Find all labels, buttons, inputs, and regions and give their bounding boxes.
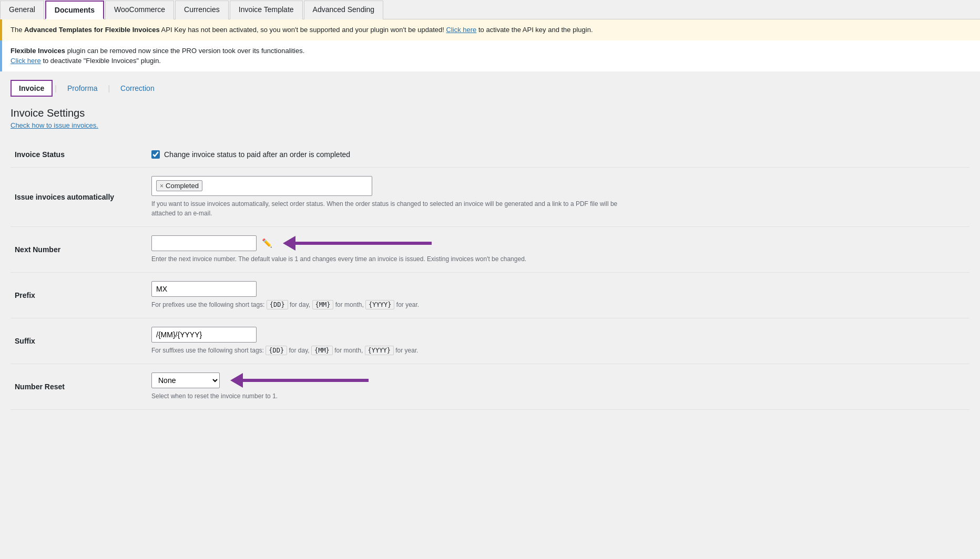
next-number-input-row: ✏️ (151, 235, 965, 251)
notice-blue-link[interactable]: Click here (11, 57, 41, 65)
suffix-for-month: for month, (334, 347, 364, 354)
prefix-help-text: For prefixes use the following short tag… (151, 301, 267, 308)
suffix-tag-dd: {DD} (266, 346, 287, 355)
prefix-tag-yyyy: {YYYY} (365, 300, 394, 309)
suffix-row: Suffix For suffixes use the following sh… (11, 318, 969, 364)
arrow-head-reset (230, 373, 243, 388)
purple-arrow-next (283, 236, 432, 251)
number-reset-select[interactable]: None Daily Monthly Yearly (151, 372, 220, 388)
next-number-label: Next Number (15, 245, 60, 254)
number-reset-row: Number Reset None Daily Monthly Yearly (11, 364, 969, 409)
arrow-line-reset (242, 379, 369, 382)
issue-automatically-input[interactable]: × Completed (151, 176, 372, 196)
suffix-help-text: For suffixes use the following short tag… (151, 347, 266, 354)
number-reset-input-row: None Daily Monthly Yearly (151, 372, 965, 388)
number-reset-help: Select when to reset the invoice number … (151, 391, 625, 401)
invoice-status-checkbox-label: Change invoice status to paid after an o… (164, 150, 350, 159)
suffix-input[interactable] (151, 327, 257, 343)
settings-table: Invoice Status Change invoice status to … (11, 142, 969, 410)
next-number-input[interactable] (151, 235, 257, 251)
notice-yellow-bold: Advanced Templates for Flexible Invoices (24, 26, 160, 34)
content-area: Invoice Settings Check how to issue invo… (0, 97, 980, 420)
issue-automatically-label: Issue invoices automatically (15, 193, 114, 201)
section-link[interactable]: Check how to issue invoices. (11, 121, 969, 129)
tab-invoice-template[interactable]: Invoice Template (230, 1, 303, 19)
suffix-for-day: for day, (289, 347, 311, 354)
sub-tab-invoice[interactable]: Invoice (11, 80, 53, 97)
prefix-label: Prefix (15, 291, 35, 299)
sub-tab-proforma[interactable]: Proforma (59, 80, 106, 97)
tabs-bar: General Documents WooCommerce Currencies… (0, 0, 980, 19)
invoice-status-checkbox-row: Change invoice status to paid after an o… (151, 150, 965, 159)
sub-tab-correction[interactable]: Correction (112, 80, 163, 97)
notice-blue-bold: Flexible Invoices (11, 47, 65, 55)
suffix-help: For suffixes use the following short tag… (151, 346, 625, 355)
notice-yellow-suffix: API Key has not been activated, so you w… (160, 26, 446, 34)
completed-tag-label: Completed (166, 182, 199, 190)
invoice-status-checkbox[interactable] (151, 150, 160, 159)
invoice-status-row: Invoice Status Change invoice status to … (11, 142, 969, 168)
page-wrapper: General Documents WooCommerce Currencies… (0, 0, 980, 559)
next-number-arrow (283, 236, 432, 251)
next-number-row: Next Number ✏️ Enter t (11, 226, 969, 272)
edit-icon[interactable]: ✏️ (262, 238, 272, 248)
number-reset-label: Number Reset (15, 382, 65, 391)
completed-tag-close[interactable]: × (160, 182, 164, 190)
invoice-status-label: Invoice Status (15, 150, 65, 159)
tab-woocommerce[interactable]: WooCommerce (105, 1, 174, 19)
notice-yellow-link-suffix: to activate the API key and the plugin. (476, 26, 593, 34)
tab-documents[interactable]: Documents (45, 1, 104, 19)
suffix-label: Suffix (15, 337, 35, 345)
issue-automatically-help: If you want to issue invoices automatica… (151, 199, 625, 218)
issue-automatically-row: Issue invoices automatically × Completed… (11, 167, 969, 226)
notice-blue-suffix: plugin can be removed now since the PRO … (65, 47, 304, 55)
suffix-tag-mm: {MM} (311, 346, 333, 355)
completed-tag: × Completed (156, 180, 202, 191)
prefix-for-day: for day, (290, 301, 312, 308)
prefix-row: Prefix For prefixes use the following sh… (11, 272, 969, 318)
notice-blue: Flexible Invoices plugin can be removed … (0, 40, 980, 71)
subtab-sep-1: | (55, 84, 57, 92)
notice-blue-link-suffix: to deactivate "Flexible Invoices" plugin… (41, 57, 161, 65)
arrow-line-next (295, 242, 432, 245)
prefix-for-year: for year. (396, 301, 419, 308)
prefix-for-month: for month, (335, 301, 365, 308)
prefix-help: For prefixes use the following short tag… (151, 300, 625, 309)
suffix-tag-yyyy: {YYYY} (365, 346, 394, 355)
suffix-for-year: for year. (395, 347, 418, 354)
purple-arrow-reset (230, 373, 369, 388)
tab-currencies[interactable]: Currencies (175, 1, 229, 19)
prefix-tag-mm: {MM} (312, 300, 334, 309)
subtab-sep-2: | (108, 84, 110, 92)
notice-yellow-prefix: The (11, 26, 24, 34)
tab-general[interactable]: General (0, 1, 44, 19)
notice-yellow: The Advanced Templates for Flexible Invo… (0, 19, 980, 40)
number-reset-arrow (230, 373, 369, 388)
arrow-head-next (283, 236, 295, 251)
next-number-help: Enter the next invoice number. The defau… (151, 254, 625, 264)
section-title: Invoice Settings (11, 107, 969, 119)
prefix-tag-dd: {DD} (267, 300, 288, 309)
notice-yellow-link[interactable]: Click here (446, 26, 477, 34)
prefix-input[interactable] (151, 281, 257, 297)
sub-tabs: Invoice | Proforma | Correction (0, 71, 980, 97)
tab-advanced-sending[interactable]: Advanced Sending (304, 1, 384, 19)
